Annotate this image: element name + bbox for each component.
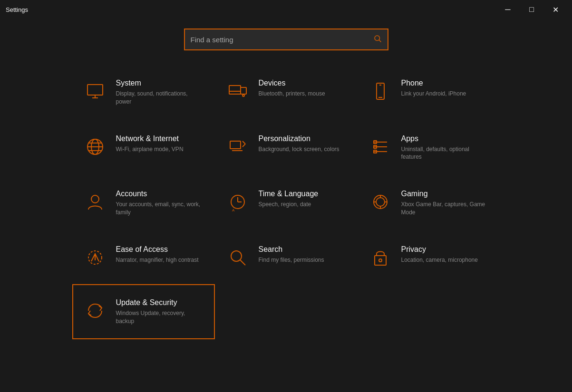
setting-text-update: Update & SecurityWindows Update, recover… [116,298,204,325]
setting-title-privacy: Privacy [401,245,490,254]
maximize-button[interactable]: □ [521,2,543,17]
svg-rect-5 [229,86,241,94]
setting-title-time: Time & Language [259,190,347,198]
setting-desc-update: Windows Update, recovery, backup [116,309,204,325]
setting-desc-personalization: Background, lock screen, colors [259,145,347,153]
setting-text-system: SystemDisplay, sound, notifications, pow… [116,79,204,106]
network-icon [83,134,107,159]
svg-text:A: A [232,208,235,212]
svg-line-42 [240,260,245,265]
setting-desc-system: Display, sound, notifications, power [116,90,204,106]
svg-line-19 [242,141,245,144]
setting-item-time[interactable]: A Time & LanguageSpeech, region, date [215,175,358,231]
search-container [0,19,572,65]
search-box[interactable] [184,29,388,50]
search-icon [373,34,382,45]
setting-desc-ease: Narrator, magnifier, high contrast [116,256,204,264]
window-controls: ─ □ ✕ [497,2,566,17]
monitor-icon [83,79,107,104]
setting-item-accounts[interactable]: AccountsYour accounts, email, sync, work… [72,175,215,231]
setting-desc-network: Wi-Fi, airplane mode, VPN [116,145,204,153]
setting-item-devices[interactable]: DevicesBluetooth, printers, mouse [215,65,358,120]
setting-title-personalization: Personalization [259,134,347,143]
svg-line-1 [379,40,381,42]
privacy-icon [368,245,393,270]
setting-text-gaming: GamingXbox Game Bar, captures, Game Mode [401,190,490,217]
minimize-button[interactable]: ─ [497,2,519,17]
ease-icon [83,245,107,270]
setting-item-search[interactable]: SearchFind my files, permissions [215,231,358,284]
close-button[interactable]: ✕ [544,2,566,17]
setting-desc-gaming: Xbox Game Bar, captures, Game Mode [401,201,490,217]
phone-icon [368,79,393,104]
setting-text-phone: PhoneLink your Android, iPhone [401,79,490,98]
time-icon: A [225,190,250,214]
svg-line-20 [242,144,245,147]
setting-item-gaming[interactable]: GamingXbox Game Bar, captures, Game Mode [358,175,500,231]
setting-item-system[interactable]: SystemDisplay, sound, notifications, pow… [72,65,215,120]
gaming-icon [368,190,393,214]
setting-title-devices: Devices [259,79,347,87]
setting-item-apps[interactable]: AppsUninstall, defaults, optional featur… [358,120,500,176]
setting-desc-search: Find my files, permissions [259,256,347,264]
svg-rect-2 [87,85,103,95]
setting-title-update: Update & Security [116,298,204,307]
setting-text-devices: DevicesBluetooth, printers, mouse [259,79,347,98]
setting-text-apps: AppsUninstall, defaults, optional featur… [401,134,490,162]
setting-title-accounts: Accounts [116,190,204,198]
setting-text-privacy: PrivacyLocation, camera, microphone [401,245,490,264]
setting-text-search: SearchFind my files, permissions [259,245,347,264]
setting-title-network: Network & Internet [116,134,204,143]
setting-text-time: Time & LanguageSpeech, region, date [259,190,347,209]
svg-point-0 [375,36,380,41]
setting-title-ease: Ease of Access [116,245,204,254]
setting-title-search: Search [259,245,347,254]
setting-item-personalization[interactable]: PersonalizationBackground, lock screen, … [215,120,358,176]
svg-point-41 [231,251,242,261]
search-icon [225,245,250,270]
setting-title-gaming: Gaming [401,190,490,198]
setting-desc-apps: Uninstall, defaults, optional features [401,145,490,162]
setting-title-apps: Apps [401,134,490,143]
personalization-icon [225,134,250,159]
devices-icon [225,79,250,104]
apps-icon [368,134,393,159]
setting-desc-devices: Bluetooth, printers, mouse [259,90,347,98]
setting-title-phone: Phone [401,79,490,87]
setting-desc-time: Speech, region, date [259,201,347,209]
svg-rect-9 [377,83,384,99]
svg-rect-6 [241,87,246,94]
setting-text-network: Network & InternetWi-Fi, airplane mode, … [116,134,204,153]
svg-point-8 [242,95,244,96]
setting-desc-privacy: Location, camera, microphone [401,256,490,264]
window-title: Settings [6,6,28,13]
setting-text-accounts: AccountsYour accounts, email, sync, work… [116,190,204,217]
svg-point-44 [379,259,382,262]
setting-text-personalization: PersonalizationBackground, lock screen, … [259,134,347,153]
setting-desc-accounts: Your accounts, email, sync, work, family [116,201,204,217]
accounts-icon [83,190,107,214]
setting-title-system: System [116,79,204,87]
setting-item-ease[interactable]: Ease of AccessNarrator, magnifier, high … [72,231,215,284]
setting-item-phone[interactable]: PhoneLink your Android, iPhone [358,65,500,120]
setting-item-update[interactable]: Update & SecurityWindows Update, recover… [72,284,215,340]
svg-point-34 [376,198,385,206]
svg-rect-43 [375,256,386,265]
svg-rect-17 [230,141,241,149]
svg-point-28 [91,195,99,203]
setting-text-ease: Ease of AccessNarrator, magnifier, high … [116,245,204,264]
settings-grid: SystemDisplay, sound, notifications, pow… [25,65,548,339]
setting-item-privacy[interactable]: PrivacyLocation, camera, microphone [358,231,500,284]
search-input[interactable] [191,36,369,44]
update-icon [83,298,107,323]
setting-desc-phone: Link your Android, iPhone [401,90,490,98]
title-bar: Settings ─ □ ✕ [0,0,572,19]
setting-item-network[interactable]: Network & InternetWi-Fi, airplane mode, … [72,120,215,176]
